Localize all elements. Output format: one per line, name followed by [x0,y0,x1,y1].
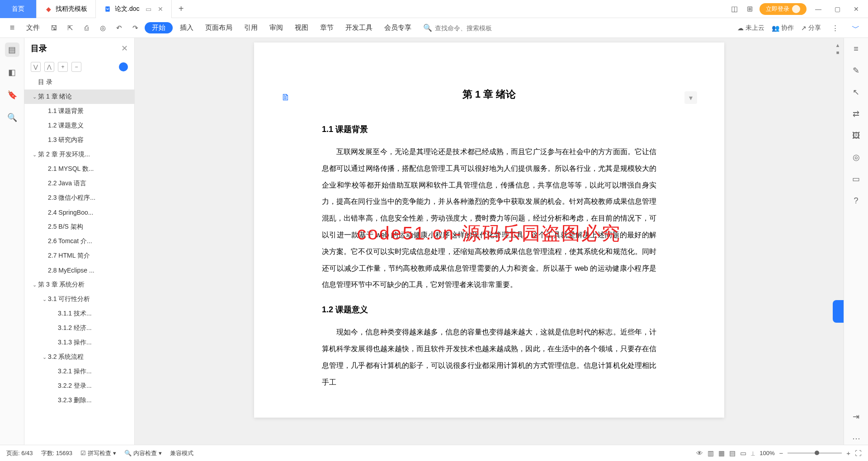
outline-item[interactable]: 2.4 SpringBoo... [24,205,134,220]
search-input[interactable] [435,24,503,32]
outline-item[interactable]: 2.5 B/S 架构 [24,220,134,234]
outline-item[interactable]: ⌄3.2 系统流程 [24,350,134,364]
layout-icon[interactable]: ◫ [729,4,740,14]
rr-menu-icon[interactable]: ≡ [850,42,863,55]
outline-item[interactable]: 3.2.1 操作... [24,364,134,379]
rail-bookmark-icon[interactable]: 🔖 [5,88,19,102]
rr-read-icon[interactable]: ▭ [850,173,863,185]
share-button[interactable]: ↗ 分享 [801,24,821,32]
rr-pen-icon[interactable]: ✎ [850,64,863,77]
menu-view[interactable]: 视图 [290,24,313,32]
rr-cursor-icon[interactable]: ↖ [850,86,863,99]
apps-icon[interactable]: ⊞ [744,4,755,14]
collapse-all-icon[interactable]: ⋁ [31,62,41,72]
zoom-in-icon[interactable]: + [846,449,850,457]
close-icon[interactable]: ✕ [158,5,163,13]
file-menu[interactable]: 文件 [22,24,44,32]
outline-item[interactable]: 1.2 课题意义 [24,118,134,133]
outline-item[interactable]: 3.2.2 登录... [24,379,134,393]
outline-item[interactable]: ⌄3.1 可行性分析 [24,292,134,306]
outline-item[interactable]: 1.1 课题背景 [24,104,134,118]
zoom-slider[interactable] [788,452,842,454]
menu-icon[interactable]: ≡ [5,21,19,35]
page-bookmark-icon[interactable]: ▾ [684,91,697,104]
outline-item[interactable]: 3.1.2 经济... [24,321,134,335]
tab-home[interactable]: 首页 [0,0,37,18]
save-icon[interactable]: 🖫 [47,21,61,35]
outline-close-icon[interactable]: ✕ [121,43,128,53]
preview-icon[interactable]: ◎ [96,21,109,35]
page-indicator[interactable]: 页面: 6/43 [6,449,33,457]
outline-item[interactable]: 1.3 研究内容 [24,133,134,147]
rail-search-icon[interactable]: 🔍 [5,110,19,125]
menu-layout[interactable]: 页面布局 [201,24,237,32]
side-tab[interactable] [833,300,844,323]
more-icon[interactable]: ⋮ [828,21,842,35]
ruler-icon[interactable]: ⟂ [751,449,755,457]
zoom-level[interactable]: 100% [760,450,774,456]
command-search[interactable]: 🔍 [419,24,507,32]
outline-item[interactable]: ⌄第 2 章 开发环境... [24,147,134,162]
scroll-indicator[interactable]: ▲■ [835,42,841,55]
view-read-icon[interactable]: ▭ [740,449,746,457]
outline-item[interactable]: ⌄第 1 章 绪论 [24,89,134,104]
menu-devtools[interactable]: 开发工具 [341,24,377,32]
outline-item[interactable]: 2.6 Tomcat 介... [24,234,134,249]
collapse-ribbon-icon[interactable]: ﹀ [849,21,863,35]
eye-icon[interactable]: 👁 [696,449,703,457]
outline-item[interactable]: 2.1 MYSQL 数... [24,162,134,176]
outline-item[interactable]: 2.8 MyEclipse ... [24,263,134,278]
outline-item[interactable]: ⌄第 3 章 系统分析 [24,278,134,292]
undo-icon[interactable]: ↶ [112,21,126,35]
collab-button[interactable]: 👥 协作 [772,24,794,32]
print-icon[interactable]: ⎙ [80,21,93,35]
content-check[interactable]: 🔍 内容检查 ▾ [124,449,162,457]
rr-target-icon[interactable]: ◎ [850,151,863,164]
login-button[interactable]: 立即登录 [760,3,807,15]
word-count[interactable]: 字数: 15693 [41,449,72,457]
cloud-status[interactable]: ☁ 未上云 [737,24,764,32]
rr-image-icon[interactable]: 🖼 [850,129,863,142]
rr-help-icon[interactable]: ? [850,194,863,207]
fullscreen-icon[interactable]: ⛶ [855,449,862,457]
view-outline-icon[interactable]: ▤ [729,449,736,457]
remove-item-icon[interactable]: − [71,62,81,72]
maximize-icon[interactable]: ▢ [830,2,844,16]
menu-start[interactable]: 开始 [145,22,173,33]
outline-item[interactable]: 2.2 Java 语言 [24,176,134,191]
compat-mode[interactable]: 兼容模式 [170,449,193,457]
rail-slides-icon[interactable]: ◧ [5,65,19,80]
rr-settings-icon[interactable]: ⇄ [850,108,863,120]
spellcheck-toggle[interactable]: ☑ 拼写检查 ▾ [80,449,116,457]
redo-icon[interactable]: ↷ [128,21,142,35]
menu-review[interactable]: 审阅 [265,24,288,32]
expand-all-icon[interactable]: ⋀ [44,62,54,72]
outline-item[interactable]: 3.2.3 删除... [24,393,134,408]
tab-add[interactable]: + [172,4,190,14]
tab-template[interactable]: ◆ 找稻壳模板 [37,0,96,18]
tab-document[interactable]: 论文.doc ▭ ✕ [96,0,172,18]
menu-references[interactable]: 引用 [240,24,262,32]
sync-badge-icon[interactable] [119,62,128,71]
outline-item[interactable]: 3.1.1 技术... [24,306,134,321]
view-page-icon[interactable]: ▥ [708,449,714,457]
view-web-icon[interactable]: ▦ [718,449,725,457]
menu-member[interactable]: 会员专享 [380,24,416,32]
present-icon[interactable]: ▭ [146,5,151,13]
export-icon[interactable]: ⇱ [63,21,77,35]
outline-item[interactable]: 2.7 HTML 简介 [24,249,134,263]
outline-item[interactable]: 2.3 微信小程序... [24,191,134,205]
rail-outline-icon[interactable]: ▤ [5,42,19,57]
page-header-icon[interactable]: 🗎 [281,92,290,103]
rr-collapse-icon[interactable]: ⇥ [850,410,863,423]
zoom-out-icon[interactable]: − [779,449,783,457]
minimize-icon[interactable]: — [811,2,826,16]
window-close-icon[interactable]: ✕ [849,2,863,16]
paragraph-2: 现如今，信息种类变得越来越多，信息的容量也变得越来越大，这就是信息时代的标志。近… [322,324,656,390]
rr-more-icon[interactable]: ⋯ [850,432,863,445]
menu-chapter[interactable]: 章节 [316,24,338,32]
menu-insert[interactable]: 插入 [175,24,198,32]
add-item-icon[interactable]: + [58,62,68,72]
outline-item[interactable]: 目 录 [24,75,134,89]
outline-item[interactable]: 3.1.3 操作... [24,335,134,350]
